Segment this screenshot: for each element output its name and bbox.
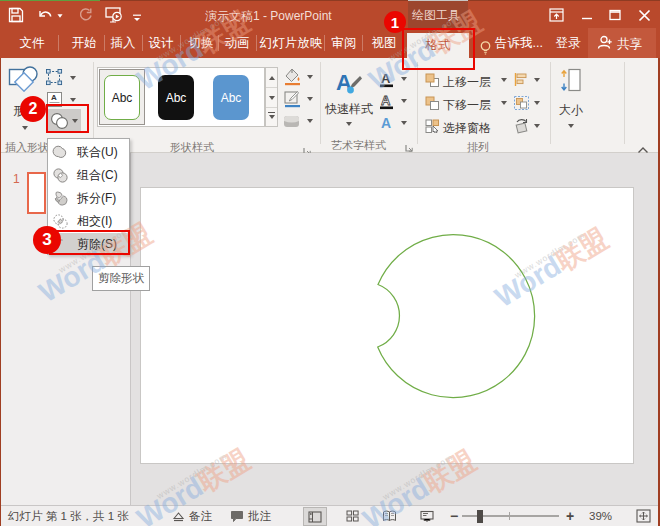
text-effects-button[interactable]: A (378, 115, 408, 132)
dropdown-arrow-icon[interactable] (70, 76, 76, 80)
slideshow-view-button[interactable] (416, 506, 438, 526)
tab-file[interactable]: 文件 (10, 28, 54, 58)
customize-qat-icon[interactable] (132, 9, 142, 27)
text-outline-icon: A (378, 93, 396, 110)
dropdown-arrow-icon[interactable] (534, 78, 540, 82)
dropdown-arrow-icon[interactable] (22, 126, 28, 130)
tab-view[interactable]: 视图 (362, 28, 406, 58)
share-label: 共享 (617, 36, 642, 53)
tab-home[interactable]: 开始 (62, 28, 106, 58)
zoom-in-button[interactable]: + (564, 506, 576, 526)
notes-button[interactable]: 备注 (172, 506, 212, 526)
zoom-slider-thumb[interactable] (477, 510, 483, 523)
svg-text:A: A (51, 93, 57, 102)
gallery-up-icon[interactable] (266, 68, 277, 87)
annotation-rect-merge-button (46, 104, 89, 133)
tab-design[interactable]: 设计 (139, 28, 183, 58)
maximize-icon[interactable] (604, 4, 626, 26)
comments-button[interactable]: 批注 (230, 506, 271, 526)
dropdown-arrow-icon[interactable] (501, 101, 507, 105)
slide-canvas[interactable] (140, 187, 634, 464)
gallery-down-icon[interactable] (266, 87, 277, 107)
size-button[interactable]: 大小 (556, 68, 586, 128)
selection-pane-button[interactable]: 选择窗格 (425, 119, 505, 134)
slide-number: 1 (13, 172, 20, 186)
menu-item-combine[interactable]: 组合(C) (49, 164, 129, 187)
rotate-button[interactable] (513, 118, 541, 134)
menu-item-fragment[interactable]: 拆分(F) (49, 187, 129, 210)
dropdown-arrow-icon[interactable] (534, 124, 540, 128)
sign-in-button[interactable]: 登录 (551, 28, 585, 58)
dropdown-arrow-icon[interactable] (401, 99, 407, 103)
normal-view-icon (308, 511, 322, 523)
dropdown-arrow-icon[interactable] (534, 101, 540, 105)
menu-item-union[interactable]: 联合(U) (49, 141, 129, 164)
dropdown-arrow-icon[interactable] (269, 96, 275, 100)
shape-effects-button[interactable] (283, 112, 315, 130)
zoom-slider[interactable] (462, 506, 559, 526)
slide-thumbnail[interactable] (27, 172, 46, 214)
dropdown-arrow-icon[interactable] (307, 97, 313, 101)
contextual-tool-label[interactable]: 绘图工具 (412, 7, 460, 24)
shape-styles-dialog-launcher[interactable] (302, 142, 312, 152)
style-thumb-black[interactable]: Abc (158, 75, 194, 120)
share-button[interactable]: 共享 (588, 28, 656, 58)
gallery-more-icon[interactable] (266, 107, 277, 126)
dropdown-arrow-icon[interactable] (307, 119, 313, 123)
close-icon[interactable] (633, 4, 655, 26)
dropdown-arrow-icon[interactable] (307, 75, 313, 79)
style-thumb-blue[interactable]: Abc (213, 75, 249, 120)
tab-label: 审阅 (332, 35, 357, 52)
slideshow-view-icon (420, 510, 434, 523)
bring-forward-button[interactable]: 上移一层 (425, 73, 505, 88)
dropdown-arrow-icon[interactable] (57, 14, 62, 17)
send-backward-button[interactable]: 下移一层 (425, 96, 505, 111)
dropdown-arrow-icon[interactable] (501, 78, 507, 82)
save-icon[interactable] (6, 5, 26, 25)
wordart-dialog-launcher[interactable] (404, 139, 414, 149)
shape-outline-button[interactable] (283, 90, 315, 108)
minimize-icon[interactable] (576, 4, 598, 26)
minus-glyph: − (450, 508, 458, 524)
quick-styles-icon: A (336, 70, 362, 98)
tab-label: 切换 (189, 35, 214, 52)
zoom-percent[interactable]: 39% (589, 506, 612, 526)
tab-review[interactable]: 审阅 (322, 28, 366, 58)
fit-to-window-button[interactable] (632, 506, 654, 526)
window-border-left (0, 58, 1, 526)
tab-label: 动画 (225, 35, 250, 52)
bring-forward-icon (425, 73, 440, 87)
redo-icon[interactable] (75, 5, 95, 25)
style-thumb-green[interactable]: Abc (104, 75, 140, 120)
group-button[interactable] (513, 95, 541, 111)
slide-sorter-view-button[interactable] (341, 506, 363, 526)
tab-animations[interactable]: 动画 (215, 28, 259, 58)
reading-view-button[interactable] (378, 506, 400, 526)
dropdown-arrow-icon[interactable] (568, 124, 574, 128)
button-label: 上移一层 (443, 74, 491, 91)
dropdown-arrow-icon[interactable] (401, 121, 407, 125)
ribbon-display-options-icon[interactable] (545, 4, 567, 26)
tell-me-bulb-icon (478, 40, 493, 60)
undo-dropdown-icon[interactable] (57, 14, 63, 18)
collapse-ribbon-icon[interactable] (637, 140, 653, 152)
dropdown-arrow-icon[interactable] (401, 77, 407, 81)
text-outline-button[interactable]: A (378, 93, 408, 110)
align-button[interactable] (513, 72, 541, 88)
status-bar: 幻灯片 第 1 张，共 1 张 备注 批注 − + 39% (0, 505, 660, 526)
text-fill-button[interactable]: A (378, 71, 408, 88)
edit-shape-button[interactable] (46, 69, 78, 87)
start-slideshow-icon[interactable] (104, 5, 124, 25)
subtract-result-shape[interactable] (141, 188, 633, 463)
dropdown-arrow-icon[interactable] (70, 98, 76, 102)
normal-view-button[interactable] (303, 507, 327, 526)
shape-fill-button[interactable] (283, 68, 315, 86)
tell-me-box[interactable]: 告诉我... (494, 28, 544, 58)
dropdown-arrow-icon[interactable] (346, 122, 352, 126)
dropdown-arrow-icon[interactable] (269, 115, 275, 119)
tab-slideshow[interactable]: 幻灯片放映 (258, 28, 324, 58)
zoom-out-button[interactable]: − (448, 506, 460, 526)
quick-styles-button[interactable]: A 快速样式 (325, 70, 373, 128)
undo-button[interactable] (35, 5, 55, 25)
ribbon-tab-row: 文件 开始 插入 设计 切换 动画 幻灯片放映 审阅 视图 格式 告诉我... … (0, 28, 660, 58)
